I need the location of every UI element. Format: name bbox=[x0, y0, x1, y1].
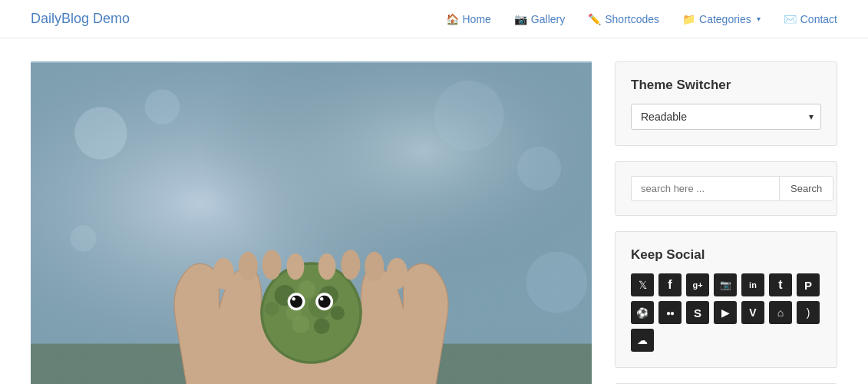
social-icons-grid: 𝕏 f g+ 📷 in t P ⚽ ●● S ▶ V ⌂ ) ☁ bbox=[631, 273, 821, 352]
svg-point-6 bbox=[517, 147, 561, 190]
keep-social-title: Keep Social bbox=[631, 247, 821, 263]
main-content: Theme Switcher Readable Default Dark Lig… bbox=[0, 38, 868, 384]
github-icon[interactable]: ⌂ bbox=[769, 301, 792, 324]
svg-point-18 bbox=[292, 316, 309, 333]
nav-gallery-label: Gallery bbox=[531, 13, 565, 25]
instagram-icon[interactable]: 📷 bbox=[714, 273, 737, 296]
vimeo-icon[interactable]: V bbox=[741, 301, 764, 324]
svg-point-35 bbox=[318, 253, 336, 280]
nav-contact-label: Contact bbox=[800, 13, 837, 25]
theme-select[interactable]: Readable Default Dark Light bbox=[631, 104, 821, 130]
svg-point-5 bbox=[434, 81, 503, 151]
search-button[interactable]: Search bbox=[779, 176, 833, 201]
nav-contact[interactable]: ✉️ Contact bbox=[784, 13, 837, 25]
hero-image bbox=[31, 61, 592, 384]
svg-point-8 bbox=[526, 252, 587, 313]
svg-point-24 bbox=[292, 297, 295, 301]
svg-point-3 bbox=[74, 107, 127, 160]
flickr-icon[interactable]: ●● bbox=[658, 301, 682, 324]
folder-icon: 📁 bbox=[682, 13, 695, 25]
skype-icon[interactable]: S bbox=[686, 301, 709, 324]
svg-point-20 bbox=[265, 302, 279, 316]
sidebar: Theme Switcher Readable Default Dark Lig… bbox=[615, 61, 837, 384]
nav-categories[interactable]: 📁 Categories ▾ bbox=[682, 13, 761, 25]
nav-home[interactable]: 🏠 Home bbox=[446, 13, 491, 25]
nav-home-label: Home bbox=[463, 13, 491, 25]
svg-point-21 bbox=[340, 298, 352, 310]
rss-icon[interactable]: ) bbox=[797, 301, 820, 324]
svg-point-30 bbox=[262, 250, 282, 280]
home-icon: 🏠 bbox=[446, 13, 459, 25]
pinterest-icon[interactable]: P bbox=[797, 273, 820, 296]
svg-point-7 bbox=[70, 225, 96, 251]
keep-social-widget: Keep Social 𝕏 f g+ 📷 in t P ⚽ ●● S ▶ V ⌂… bbox=[615, 231, 837, 368]
search-input[interactable] bbox=[631, 176, 779, 201]
theme-switcher-title: Theme Switcher bbox=[631, 78, 821, 93]
nav-gallery[interactable]: 📷 Gallery bbox=[514, 13, 565, 25]
svg-point-27 bbox=[320, 297, 324, 301]
linkedin-icon[interactable]: in bbox=[741, 273, 764, 296]
soundcloud-icon[interactable]: ☁ bbox=[631, 329, 654, 352]
svg-point-31 bbox=[287, 253, 305, 280]
facebook-icon[interactable]: f bbox=[658, 273, 682, 296]
search-row: Search bbox=[631, 176, 821, 201]
main-nav: 🏠 Home 📷 Gallery ✏️ Shortcodes 📁 Categor… bbox=[446, 13, 838, 25]
svg-point-26 bbox=[318, 296, 331, 308]
svg-point-29 bbox=[239, 252, 258, 282]
google-plus-icon[interactable]: g+ bbox=[686, 273, 709, 296]
hero-image-inner bbox=[31, 61, 592, 384]
chevron-down-icon: ▾ bbox=[757, 15, 761, 23]
nav-shortcodes-label: Shortcodes bbox=[605, 13, 659, 25]
svg-point-32 bbox=[387, 258, 408, 290]
envelope-icon: ✉️ bbox=[784, 13, 797, 25]
site-title[interactable]: DailyBlog Demo bbox=[31, 11, 130, 27]
dribbble-icon[interactable]: ⚽ bbox=[631, 301, 654, 324]
nav-categories-label: Categories bbox=[699, 13, 751, 25]
tumblr-icon[interactable]: t bbox=[769, 273, 792, 296]
twitter-icon[interactable]: 𝕏 bbox=[631, 273, 654, 296]
svg-point-4 bbox=[144, 89, 180, 124]
theme-switcher-widget: Theme Switcher Readable Default Dark Lig… bbox=[615, 61, 837, 146]
site-header: DailyBlog Demo 🏠 Home 📷 Gallery ✏️ Short… bbox=[0, 0, 868, 38]
hero-illustration bbox=[31, 61, 592, 384]
svg-point-23 bbox=[290, 296, 302, 308]
youtube-icon[interactable]: ▶ bbox=[714, 301, 737, 324]
svg-point-34 bbox=[341, 250, 360, 280]
camera-icon: 📷 bbox=[514, 13, 527, 25]
svg-point-33 bbox=[365, 252, 384, 282]
nav-shortcodes[interactable]: ✏️ Shortcodes bbox=[588, 13, 659, 25]
svg-point-19 bbox=[314, 318, 330, 334]
pencil-icon: ✏️ bbox=[588, 13, 601, 25]
theme-select-wrapper: Readable Default Dark Light ▾ bbox=[631, 104, 821, 130]
search-widget: Search bbox=[615, 161, 837, 216]
svg-point-28 bbox=[213, 258, 234, 290]
